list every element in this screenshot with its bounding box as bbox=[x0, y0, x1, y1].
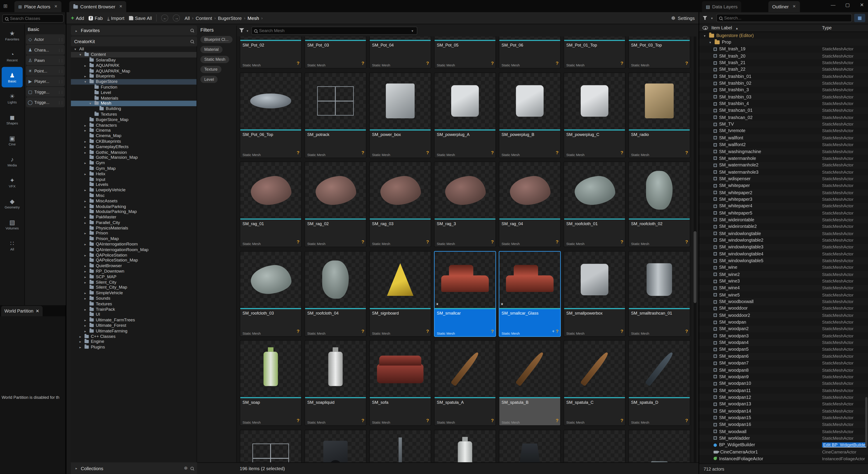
tab-content-browser[interactable]: Content Browser ✕ bbox=[69, 1, 126, 12]
outliner-row-instancedfoliageactor[interactable]: InstancedFoliageActorInstancedFoliageAct… bbox=[699, 455, 868, 462]
asset-tile-sm-pot-02[interactable]: SM_Pot_02Static Mesh? bbox=[240, 37, 302, 69]
folder-miscassets[interactable]: ▸MiscAssets bbox=[71, 198, 196, 204]
asset-tile-sm-pot-05[interactable]: SM_Pot_05Static Mesh? bbox=[434, 37, 496, 69]
outliner-row-sm-wideirontable2[interactable]: SM_wideirontable2StaticMeshActor bbox=[699, 223, 868, 230]
asset-tile-sm-powerplug-b[interactable]: SM_powerplug_BStatic Mesh? bbox=[499, 72, 561, 158]
asset-tile[interactable] bbox=[240, 430, 302, 463]
outliner-settings-button[interactable]: ▦ bbox=[854, 14, 865, 22]
asset-tile-sm-smallpowerbox[interactable]: SM_smallpowerboxStatic Mesh? bbox=[563, 251, 625, 337]
place-category-shapes[interactable]: ◼Shapes bbox=[2, 109, 23, 129]
outliner-scrollbar[interactable] bbox=[865, 32, 868, 463]
place-category-all[interactable]: ∷All bbox=[2, 235, 23, 256]
place-item-trigge-[interactable]: ◯Trigge...⋮⋮ bbox=[26, 97, 65, 107]
close-icon[interactable]: ✕ bbox=[36, 309, 39, 314]
folder-c-classes[interactable]: ▸C++ Classes bbox=[71, 334, 196, 339]
asset-tile-sm-rag-3[interactable]: SM_rag_3Static Mesh? bbox=[434, 162, 496, 247]
asset-tile[interactable] bbox=[305, 430, 366, 463]
folder-qapolicestation-map[interactable]: QAPoliceStation_Map bbox=[71, 258, 196, 263]
outliner-row-sm-trashcan-01[interactable]: SM_trashcan_01StaticMeshActor bbox=[699, 107, 868, 114]
forward-button[interactable]: → bbox=[173, 14, 180, 22]
save-all-button[interactable]: Save All bbox=[129, 15, 152, 21]
outliner-row-sm-woodpan5[interactable]: SM_woodpan5StaticMeshActor bbox=[699, 346, 868, 353]
folder-plugins[interactable]: ▸Plugins bbox=[71, 344, 196, 350]
place-category-favorites[interactable]: ★Favorites bbox=[2, 25, 23, 45]
tree-expander-icon[interactable]: ▸ bbox=[83, 269, 88, 273]
outliner-row-sm-wallfont[interactable]: SM_wallfontStaticMeshActor bbox=[699, 134, 868, 141]
outliner-row-sm-trashbin-01[interactable]: SM_trashbin_01StaticMeshActor bbox=[699, 73, 868, 80]
folder-physicsmaterials[interactable]: PhysicsMaterials bbox=[71, 225, 196, 231]
asset-tile-sm-power-box[interactable]: SM_power_boxStatic Mesh? bbox=[369, 72, 431, 158]
folder-materials[interactable]: Materials bbox=[71, 95, 196, 101]
breadcrumb-content[interactable]: Content bbox=[195, 15, 212, 21]
folder-function[interactable]: Function bbox=[71, 84, 196, 90]
tree-expander-icon[interactable]: ▸ bbox=[83, 242, 88, 246]
tree-expander-icon[interactable]: ▸ bbox=[78, 340, 83, 344]
tree-expander-icon[interactable]: ▸ bbox=[83, 318, 88, 322]
folder-prison-map[interactable]: Prison_Map bbox=[71, 236, 196, 241]
outliner-row-sm-windowlongtable4[interactable]: SM_windowlongtable4StaticMeshActor bbox=[699, 250, 868, 257]
outliner-row-sm-trashbin-02[interactable]: SM_trashbin_02StaticMeshActor bbox=[699, 80, 868, 87]
place-item-player-[interactable]: ▶Player...⋮⋮ bbox=[26, 76, 65, 86]
tree-expander-icon[interactable]: ▸ bbox=[83, 280, 88, 284]
outliner-row-sm-trash-20[interactable]: SM_trash_20StaticMeshActor bbox=[699, 53, 868, 59]
asset-tile-sm-soapliquid[interactable]: SM_soapliquidStatic Mesh? bbox=[305, 340, 366, 426]
asset-tile-sm-rag-01[interactable]: SM_rag_01Static Mesh? bbox=[240, 162, 302, 247]
folder-silent-city-map[interactable]: Silent_City_Map bbox=[71, 285, 196, 290]
folder-all[interactable]: ▾All bbox=[71, 46, 196, 52]
tree-expander-icon[interactable]: ▾ bbox=[78, 53, 83, 57]
edit-blueprint-link[interactable]: Edit BP_WdigetBuilder bbox=[822, 443, 866, 448]
tree-expander-icon[interactable]: ▸ bbox=[83, 172, 88, 176]
folder-lowpolyvehicle[interactable]: ▸LowpolyVehicle bbox=[71, 188, 196, 193]
folder-gothic-mansion-map[interactable]: Gothic_Mansion_Map bbox=[71, 155, 196, 160]
outliner-row-sm-woodpan2[interactable]: SM_woodpan2StaticMeshActor bbox=[699, 326, 868, 332]
outliner-row-sm-watermanhole2[interactable]: SM_watermanhole2StaticMeshActor bbox=[699, 162, 868, 168]
scrollbar-thumb[interactable] bbox=[865, 397, 868, 447]
folder-qainterrogationroom-map[interactable]: QAInterrogationRoom_Map bbox=[71, 247, 196, 252]
asset-tile-sm-roofcloth-02[interactable]: SM_roofcloth_02Static Mesh? bbox=[628, 162, 690, 247]
asset-tile-sm-rag-02[interactable]: SM_rag_02Static Mesh? bbox=[305, 162, 366, 247]
folder-modularparking[interactable]: ▸ModularParking bbox=[71, 203, 196, 209]
tab-data-layers[interactable]: ▤ Data Layers bbox=[702, 1, 741, 12]
type-column[interactable]: Type bbox=[822, 26, 832, 31]
folder-modularparking-map[interactable]: ModularParking_Map bbox=[71, 209, 196, 214]
filter-chip-blueprint-cl-[interactable]: Blueprint Cl... bbox=[200, 36, 232, 43]
search-icon[interactable] bbox=[190, 467, 194, 470]
asset-tile-sm-powerplug-c[interactable]: SM_powerplug_CStatic Mesh? bbox=[563, 72, 625, 158]
outliner-row-sm-windowlongtable3[interactable]: SM_windowlongtable3StaticMeshActor bbox=[699, 244, 868, 250]
folder-sounds[interactable]: ▸Sounds bbox=[71, 296, 196, 301]
folder-rp-downtown[interactable]: ▸RP_Downtown bbox=[71, 269, 196, 274]
folder-textures[interactable]: Textures bbox=[71, 111, 196, 117]
tab-world-partition[interactable]: World Partition ✕ bbox=[1, 306, 43, 316]
tree-expander-icon[interactable]: ▸ bbox=[83, 253, 88, 257]
outliner-row-sm-woodboxwall[interactable]: SM_woodboxwallStaticMeshActor bbox=[699, 298, 868, 305]
scrollbar-thumb[interactable] bbox=[694, 231, 696, 303]
tab-outliner[interactable]: Outliner ✕ bbox=[768, 1, 800, 12]
asset-tile-sm-rag-04[interactable]: SM_rag_04Static Mesh? bbox=[499, 162, 561, 247]
outliner-row-sm-wallfont2[interactable]: SM_wallfont2StaticMeshActor bbox=[699, 141, 868, 148]
folder-helix[interactable]: ▸Helix bbox=[71, 171, 196, 177]
add-button[interactable]: + Add bbox=[71, 15, 84, 21]
funnel-icon[interactable] bbox=[703, 16, 708, 20]
tree-expander-icon[interactable]: ▸ bbox=[83, 145, 88, 148]
asset-tile-sm-pot-04[interactable]: SM_Pot_04Static Mesh? bbox=[369, 37, 431, 69]
folder-misc[interactable]: Misc bbox=[71, 193, 196, 198]
search-icon[interactable] bbox=[190, 29, 194, 32]
visibility-eye-icon[interactable] bbox=[703, 26, 708, 30]
outliner-row-sm-woodpan9[interactable]: SM_woodpan9StaticMeshActor bbox=[699, 373, 868, 380]
outliner-row-bp-wdigetbuilder[interactable]: BP_WdigetBuilderEdit BP_WdigetBuilder bbox=[699, 442, 868, 448]
folder-prison[interactable]: ▸Prison bbox=[71, 231, 196, 236]
tree-expander-icon[interactable]: ▸ bbox=[83, 291, 88, 295]
asset-tile[interactable] bbox=[499, 430, 561, 463]
asset-tile-sm-pot-06[interactable]: SM_Pot_06Static Mesh? bbox=[499, 37, 561, 69]
outliner-row-sm-wideirontable[interactable]: SM_wideirontableStaticMeshActor bbox=[699, 216, 868, 223]
outliner-row-sm-woodpan3[interactable]: SM_woodpan3StaticMeshActor bbox=[699, 332, 868, 339]
outliner-row-sm-trash-19[interactable]: SM_trash_19StaticMeshActor bbox=[699, 46, 868, 53]
search-outliner-input[interactable] bbox=[724, 15, 849, 21]
folder-ckblueprints[interactable]: ▸CKBlueprints bbox=[71, 139, 196, 144]
folder-ultimate-forest[interactable]: ▸Ultimate_Forest bbox=[71, 323, 196, 328]
folder-gothic-mansion[interactable]: ▸Gothic_Mansion bbox=[71, 149, 196, 155]
maximize-button[interactable]: ▢ bbox=[842, 2, 852, 8]
place-category-recent[interactable]: ◔Recent bbox=[2, 46, 23, 66]
place-item-actor[interactable]: ◇Actor⋮⋮ bbox=[26, 34, 65, 44]
folder-input[interactable]: Input bbox=[71, 177, 196, 182]
